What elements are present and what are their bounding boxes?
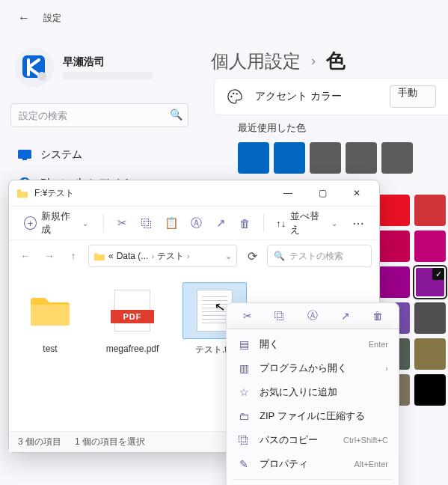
breadcrumb-current: 色	[326, 48, 346, 74]
accent-color-label: アクセント カラー	[255, 90, 378, 103]
explorer-navbar: ← → ↑ « Data (... › テスト › ⌄ ⟳ 🔍 テストの検索	[9, 240, 379, 272]
color-cell[interactable]	[414, 231, 446, 262]
explorer-titlebar[interactable]: F:¥テスト — ▢ ✕	[9, 180, 379, 206]
search-wrap: 🔍	[10, 103, 188, 127]
user-name: 早瀬浩司	[63, 55, 153, 69]
breadcrumb: 個人用設定 › 色	[211, 48, 346, 74]
context-item[interactable]: ⿻パスのコピーCtrl+Shift+C	[227, 428, 399, 452]
color-cell[interactable]	[414, 338, 446, 370]
select-value: 手動	[398, 87, 417, 98]
settings-search-input[interactable]	[10, 103, 188, 127]
palette-icon	[227, 88, 243, 105]
menu-icon: ▤	[237, 338, 251, 351]
new-button[interactable]: + 新規作成 ⌄	[16, 207, 96, 240]
file-name: megafree.pdf	[100, 344, 165, 354]
rename-icon[interactable]: Ⓐ	[303, 306, 322, 326]
nav-back-button[interactable]: ←	[16, 247, 34, 265]
separator	[233, 479, 393, 480]
addr-folder[interactable]: テスト	[157, 250, 184, 263]
rename-icon[interactable]: Ⓐ	[185, 212, 207, 234]
file-name: test	[18, 344, 82, 354]
color-cell[interactable]	[414, 195, 446, 226]
accent-mode-select[interactable]: 手動	[390, 85, 436, 108]
svg-point-6	[233, 93, 234, 94]
menu-shortcut: Enter	[369, 340, 388, 349]
share-icon[interactable]: ↗	[336, 306, 355, 326]
color-cell[interactable]	[414, 302, 446, 334]
copy-icon[interactable]: ⿻	[136, 212, 158, 234]
swatch[interactable]	[238, 142, 269, 174]
sort-icon: ↑↓	[276, 218, 286, 229]
recent-swatch-row	[238, 142, 448, 174]
copy-icon[interactable]: ⿻	[270, 306, 289, 326]
swatch[interactable]	[310, 142, 341, 174]
cut-icon[interactable]: ✂	[111, 212, 133, 234]
folder-icon	[93, 251, 105, 261]
avatar-k-icon	[19, 52, 49, 82]
menu-label: パスのコピー	[260, 433, 334, 447]
color-cell[interactable]	[378, 266, 410, 298]
status-selection: 1 個の項目を選択	[75, 436, 145, 448]
pdf-thumb: PDF	[114, 290, 150, 332]
address-bar[interactable]: « Data (... › テスト › ⌄	[88, 245, 237, 267]
color-cell[interactable]	[378, 195, 410, 226]
sort-button[interactable]: ↑↓ 並べ替え ⌄	[271, 210, 342, 237]
context-item[interactable]: ☆お気に入りに追加	[227, 380, 399, 404]
svg-point-7	[236, 93, 238, 94]
menu-label: ZIP ファイルに圧縮する	[260, 409, 379, 423]
refresh-button[interactable]: ⟳	[243, 247, 261, 265]
menu-icon: ▥	[237, 362, 251, 375]
back-arrow-icon[interactable]: ←	[18, 11, 30, 25]
close-button[interactable]: ✕	[342, 183, 372, 204]
addr-drive[interactable]: Data (...	[117, 251, 149, 261]
recent-colors-label: 最近使用した色	[238, 121, 448, 135]
explorer-search-input[interactable]: 🔍 テストの検索	[267, 245, 372, 267]
separator	[263, 214, 264, 232]
delete-icon[interactable]: 🗑	[368, 306, 387, 326]
context-item[interactable]: ▤開くEnter	[227, 332, 399, 356]
color-cell[interactable]	[378, 231, 410, 262]
svg-rect-3	[22, 159, 27, 160]
svg-rect-2	[18, 150, 31, 159]
search-icon: 🔍	[170, 109, 182, 121]
menu-label: プロパティ	[260, 457, 345, 471]
swatch[interactable]	[381, 142, 413, 174]
delete-icon[interactable]: 🗑	[235, 212, 257, 234]
nav-up-button[interactable]: ↑	[64, 247, 82, 265]
new-button-label: 新規作成	[41, 210, 78, 237]
context-item[interactable]: 🗀ZIP ファイルに圧縮する	[227, 404, 399, 428]
color-cell[interactable]	[414, 374, 446, 406]
swatch[interactable]	[274, 142, 305, 174]
chevron-down-icon: ⌄	[82, 219, 88, 228]
paste-icon[interactable]: 📋	[161, 212, 182, 234]
share-icon[interactable]: ↗	[210, 212, 232, 234]
cut-icon[interactable]: ✂	[238, 306, 257, 326]
menu-icon: ⿻	[237, 433, 251, 447]
check-icon: ✓	[432, 268, 444, 280]
swatch[interactable]	[346, 142, 377, 174]
context-item[interactable]: ✎プロパティAlt+Enter	[227, 452, 399, 476]
more-button[interactable]: ⋯	[345, 216, 372, 231]
maximize-button[interactable]: ▢	[307, 183, 337, 204]
sidebar-item-system[interactable]: システム	[10, 141, 188, 169]
minimize-button[interactable]: —	[273, 183, 303, 204]
menu-icon: 🗀	[237, 409, 251, 423]
breadcrumb-parent[interactable]: 個人用設定	[211, 49, 301, 73]
chevron-right-icon: ›	[151, 251, 154, 260]
window-title: F:¥テスト	[34, 187, 273, 200]
chevron-right-icon: ›	[311, 53, 316, 69]
chevron-right-icon: ›	[385, 364, 388, 373]
svg-point-5	[230, 96, 232, 97]
user-sub-placeholder	[63, 72, 153, 79]
menu-shortcut: Alt+Enter	[354, 460, 388, 469]
color-cell[interactable]: ✓	[414, 266, 446, 298]
folder-icon	[29, 294, 71, 327]
file-item-folder[interactable]: test	[18, 282, 82, 356]
nav-forward-button[interactable]: →	[40, 247, 58, 265]
chevron-down-icon[interactable]: ⌄	[225, 251, 232, 261]
context-item[interactable]: ▥プログラムから開く›	[227, 356, 399, 380]
accent-color-card: アクセント カラー 手動	[214, 78, 448, 115]
file-item-pdf[interactable]: PDF megafree.pdf	[100, 282, 165, 356]
user-block[interactable]: 早瀬浩司	[10, 43, 188, 97]
chevron-right-icon: ›	[187, 251, 190, 260]
